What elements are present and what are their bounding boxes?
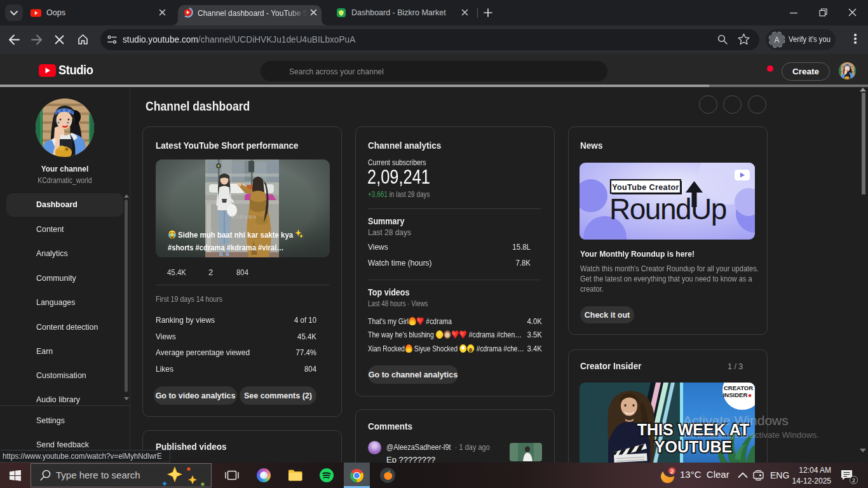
svg-text:CREATOR: CREATOR: [724, 384, 753, 391]
svg-text:RoundUp: RoundUp: [609, 193, 726, 226]
svg-text:YOUTUBE: YOUTUBE: [654, 438, 732, 456]
svg-text:YouTube Creator: YouTube Creator: [612, 183, 679, 192]
svg-text:KDRAMA: KDRAMA: [232, 214, 257, 220]
svg-text:2: 2: [670, 468, 674, 475]
svg-text:INSIDER: INSIDER: [723, 391, 748, 398]
